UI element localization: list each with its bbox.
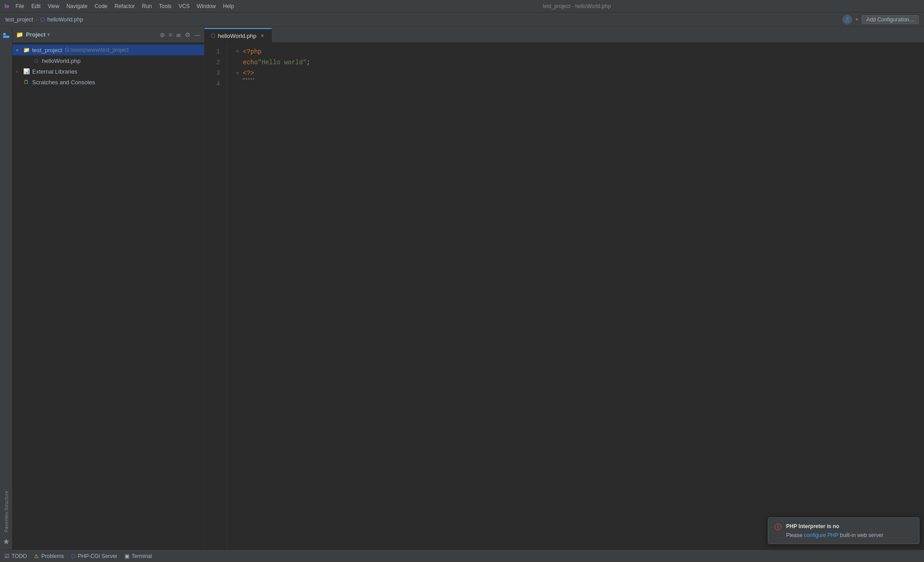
- panel-icon-collapse[interactable]: ≡: [169, 31, 172, 38]
- line-number-4: 4: [204, 79, 220, 89]
- add-config-button[interactable]: Add Configuration...: [862, 15, 919, 24]
- line-number-3: 3: [204, 68, 220, 79]
- menu-refactor[interactable]: Refactor: [115, 3, 135, 9]
- breadcrumb-file-icon: ⬡: [40, 17, 45, 23]
- svg-marker-2: [4, 539, 9, 544]
- code-php-close: <?>: [243, 68, 254, 79]
- panel-icon-minimize[interactable]: —: [194, 31, 200, 38]
- line-number-1: 1: [204, 46, 220, 57]
- gutter-icon-3[interactable]: ⊖: [234, 68, 241, 79]
- title-bar: Ie File Edit View Navigate Code Refactor…: [0, 0, 924, 12]
- menu-window[interactable]: Window: [197, 3, 216, 9]
- editor-area: ⬡ helloWorld.php ✕ 1 2 3 4 ⊖ <?php: [204, 27, 924, 550]
- terminal-label: Terminal: [132, 553, 152, 559]
- status-bar: ☑ TODO ⚠ Problems ⬡ PHP-CGI Server ▣ Ter…: [0, 550, 924, 562]
- notification-error-icon: ⓘ: [774, 523, 782, 532]
- tree-label-test-project: test_project: [32, 47, 62, 54]
- code-line-3: ⊖ <?>: [234, 68, 924, 79]
- menu-help[interactable]: Help: [223, 3, 234, 9]
- tree-item-helloworld[interactable]: ⬡ helloWorld.php: [12, 55, 204, 66]
- php-cgi-label: PHP-CGI Server: [78, 553, 117, 559]
- panel-title[interactable]: Project ▾: [26, 31, 50, 38]
- menu-edit[interactable]: Edit: [31, 3, 41, 9]
- editor-content: 1 2 3 4 ⊖ <?php echo "Hello world" ;: [204, 43, 924, 550]
- tree-item-ext-libs[interactable]: › 📊 External Libraries: [12, 66, 204, 77]
- code-line-4: [234, 79, 924, 90]
- scratch-icon: 🗒: [22, 79, 30, 86]
- panel-icon-settings[interactable]: ⚙: [185, 31, 191, 38]
- php-cgi-icon: ⬡: [71, 553, 75, 559]
- tab-label: helloWorld.php: [218, 33, 256, 39]
- sidebar-project-icon[interactable]: [1, 30, 11, 40]
- notification-popup: ⓘ PHP Interpreter is no Please configure…: [768, 517, 920, 544]
- profile-chevron[interactable]: ▾: [856, 17, 858, 22]
- menu-run[interactable]: Run: [142, 3, 152, 9]
- code-echo: echo: [243, 57, 258, 68]
- main-layout: Structure Favorites 📁 Project ▾ ⊕ ≡ ≣ ⚙ …: [0, 27, 924, 550]
- window-title: test_project - helloWorld.php: [234, 3, 920, 9]
- project-folder-icon: 📁: [16, 31, 23, 38]
- notification-link[interactable]: configure PHP: [804, 532, 838, 538]
- app-logo: Ie: [4, 3, 9, 9]
- code-line-2: echo "Hello world" ;: [234, 57, 924, 68]
- menu-file[interactable]: File: [16, 3, 24, 9]
- editor-tab-helloworld[interactable]: ⬡ helloWorld.php ✕: [204, 28, 272, 42]
- code-area[interactable]: ⊖ <?php echo "Hello world" ; ⊖ <?>: [227, 43, 924, 550]
- code-php-open: <?php: [243, 46, 262, 57]
- notification-body-text: Please: [786, 532, 804, 538]
- status-todo[interactable]: ☑ TODO: [4, 553, 27, 559]
- tab-file-icon: ⬡: [211, 33, 215, 39]
- sidebar-structure-icon[interactable]: Structure: [1, 496, 11, 505]
- code-line-1: ⊖ <?php: [234, 46, 924, 57]
- profile-avatar[interactable]: 👤: [842, 15, 852, 25]
- panel-icon-locate[interactable]: ⊕: [160, 31, 165, 38]
- ext-lib-icon: 📊: [22, 68, 30, 75]
- line-numbers: 1 2 3 4: [204, 43, 227, 550]
- favorites-star-icon[interactable]: [3, 538, 9, 546]
- sidebar-strip: Structure Favorites: [0, 27, 12, 550]
- panel-chevron[interactable]: ▾: [47, 32, 50, 37]
- notification-body2: built-in web server: [840, 532, 883, 538]
- panel-icons: ⊕ ≡ ≣ ⚙ —: [160, 31, 200, 38]
- status-terminal[interactable]: ▣ Terminal: [125, 553, 152, 559]
- tree-item-test-project[interactable]: ▾ 📁 test_project G:\wamp\www\test_projec…: [12, 45, 204, 55]
- menu-code[interactable]: Code: [95, 3, 108, 9]
- todo-label: TODO: [12, 553, 27, 559]
- problems-label: Problems: [41, 553, 64, 559]
- menu-vcs[interactable]: VCS: [179, 3, 190, 9]
- svg-rect-1: [3, 36, 9, 38]
- gutter-icon-1[interactable]: ⊖: [234, 46, 241, 57]
- tree-label-ext-libs: External Libraries: [32, 68, 77, 75]
- code-semicolon: ;: [307, 57, 310, 68]
- menu-tools[interactable]: Tools: [159, 3, 171, 9]
- status-php-cgi[interactable]: ⬡ PHP-CGI Server: [71, 553, 117, 559]
- tab-close-button[interactable]: ✕: [259, 33, 265, 39]
- line-number-2: 2: [204, 57, 220, 68]
- menu-view[interactable]: View: [48, 3, 59, 9]
- notification-text: PHP Interpreter is no Please configure P…: [786, 522, 883, 539]
- menu-bar: File Edit View Navigate Code Refactor Ru…: [16, 3, 234, 9]
- tree-arrow-test-project: ▾: [16, 48, 22, 53]
- notification-title: PHP Interpreter is no: [786, 522, 883, 530]
- breadcrumb-file[interactable]: helloWorld.php: [47, 17, 83, 23]
- project-panel-header: 📁 Project ▾ ⊕ ≡ ≣ ⚙ —: [12, 27, 204, 43]
- project-tree: ▾ 📁 test_project G:\wamp\www\test_projec…: [12, 43, 204, 550]
- menu-navigate[interactable]: Navigate: [67, 3, 87, 9]
- tab-bar: ⬡ helloWorld.php ✕: [204, 27, 924, 43]
- sidebar-favorites-icon[interactable]: Favorites: [1, 517, 11, 527]
- todo-icon: ☑: [4, 553, 9, 559]
- status-problems[interactable]: ⚠ Problems: [34, 553, 64, 559]
- project-panel: 📁 Project ▾ ⊕ ≡ ≣ ⚙ — ▾ 📁 test_project G…: [12, 27, 204, 550]
- tree-path-test-project: G:\wamp\www\test_project: [65, 47, 129, 53]
- tree-label-scratches: Scratches and Consoles: [32, 79, 95, 86]
- tree-item-scratches[interactable]: 🗒 Scratches and Consoles: [12, 77, 204, 87]
- breadcrumb-separator: ›: [36, 17, 37, 23]
- tree-arrow-ext-libs: ›: [16, 69, 22, 74]
- terminal-icon: ▣: [125, 553, 129, 559]
- breadcrumb-project[interactable]: test_project: [5, 17, 33, 23]
- notification-body: Please configure PHP built-in web server: [786, 531, 883, 539]
- panel-icon-expand[interactable]: ≣: [176, 31, 181, 38]
- tree-label-helloworld: helloWorld.php: [42, 58, 80, 64]
- php-file-icon: ⬡: [32, 57, 40, 64]
- breadcrumb-bar: test_project › ⬡ helloWorld.php 👤 ▾ Add …: [0, 12, 924, 27]
